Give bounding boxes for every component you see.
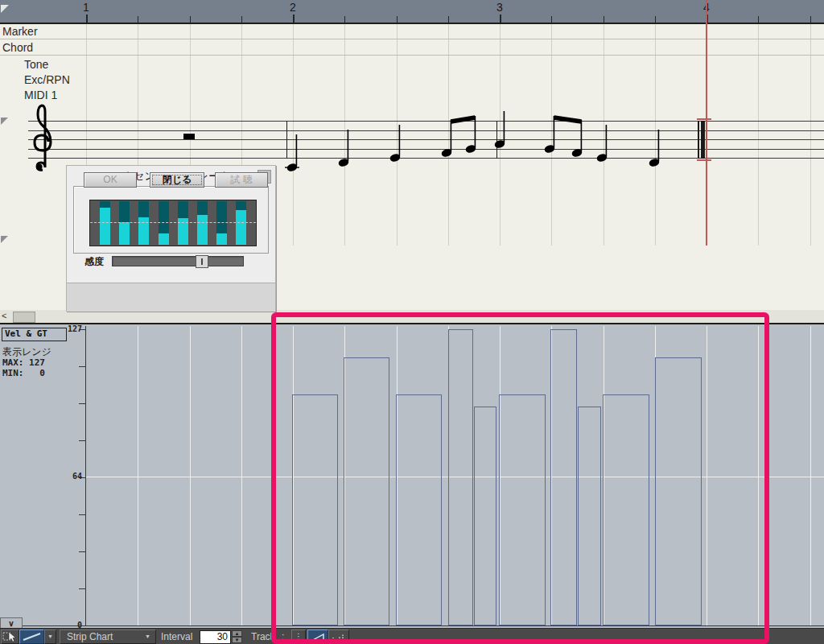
- ruler-tick: [241, 16, 242, 23]
- accent-column: [178, 201, 188, 245]
- ruler-tick: [551, 16, 552, 23]
- ruler-tick: [655, 16, 656, 23]
- ruler-tick: [758, 16, 759, 23]
- highlight-rectangle: [271, 312, 769, 644]
- accent-gap-bar: [178, 201, 188, 218]
- accent-column: [216, 201, 227, 245]
- sequencer-window: 1234 Marker Chord Tone Exc/RPN MIDI 1: [0, 0, 824, 644]
- sensitivity-label: 感度: [84, 255, 104, 269]
- y-axis-tick: [79, 366, 85, 367]
- chart-type-value: Strip Chart: [67, 631, 113, 642]
- interval-label: Interval: [161, 631, 192, 642]
- chevron-down-icon: ▼: [145, 634, 150, 639]
- accent-column: [138, 201, 149, 245]
- accent-column: [197, 201, 208, 245]
- cursor-icon: [2, 630, 19, 643]
- range-min: MIN: 0: [2, 368, 45, 378]
- timeline-ruler[interactable]: 1234: [0, 0, 824, 24]
- accent-level-bar: [236, 210, 246, 245]
- position-marker[interactable]: [1, 5, 9, 13]
- range-max: MAX: 127: [2, 357, 45, 368]
- accent-gap-bar: [197, 201, 208, 215]
- beam: [554, 118, 581, 122]
- accent-column: [119, 201, 130, 245]
- dialog-button-row: [67, 283, 275, 312]
- beam: [451, 118, 475, 122]
- interval-input[interactable]: 30: [200, 630, 231, 644]
- ruler-tick: [604, 16, 604, 23]
- ruler-tick: [344, 16, 345, 23]
- playhead-cursor[interactable]: [706, 0, 707, 246]
- accent-gap-bar: [100, 201, 110, 208]
- y-axis-tick: [79, 514, 85, 515]
- part-marker[interactable]: [1, 118, 8, 125]
- ruler-tick: [86, 14, 88, 23]
- accent-level-bar: [216, 233, 227, 245]
- preview-button[interactable]: 試 聴: [215, 172, 268, 188]
- accent-column: [159, 201, 169, 245]
- accent-level-bar: [197, 215, 208, 245]
- accent-gap-bar: [159, 201, 169, 233]
- accent-column: [100, 201, 110, 245]
- accent-simulator-dialog: アクセントシミュレータ x 感度 OK 閉じる 試 聴: [66, 165, 276, 312]
- stepper-down-icon[interactable]: ▼: [232, 637, 242, 643]
- ruler-tick: [397, 16, 398, 23]
- y-axis-tick: [79, 440, 85, 441]
- ruler-tick: [448, 16, 449, 23]
- tool-dropdown-arrow[interactable]: ▼: [44, 630, 56, 644]
- interval-stepper[interactable]: ▲ ▼: [232, 630, 242, 644]
- accent-column: [236, 201, 246, 245]
- measure-number: 2: [290, 1, 296, 14]
- y-axis-tick: [79, 551, 85, 552]
- close-button[interactable]: 閉じる: [150, 172, 204, 188]
- accent-gap-bar: [119, 201, 130, 222]
- select-tool-button[interactable]: [1, 630, 19, 644]
- selection-mark: [697, 118, 711, 120]
- y-axis-label: 64: [63, 472, 82, 481]
- measure-number: 3: [496, 1, 503, 14]
- accent-gap-bar: [216, 201, 227, 233]
- scroll-thumb[interactable]: [13, 312, 35, 323]
- sensitivity-slider[interactable]: [112, 256, 244, 266]
- accent-gap-bar: [236, 201, 246, 210]
- ruler-tick: [500, 14, 501, 23]
- y-axis: [85, 326, 86, 625]
- accent-level-bar: [100, 208, 110, 245]
- ruler-tick: [810, 16, 811, 23]
- accent-display: [89, 200, 257, 246]
- stepper-up-icon[interactable]: ▲: [232, 630, 242, 637]
- mode-badge[interactable]: Vel & GT: [2, 328, 67, 341]
- ruler-tick: [190, 16, 191, 23]
- line-tool-button[interactable]: [19, 630, 44, 644]
- line-icon: [20, 630, 43, 643]
- ok-button[interactable]: OK: [84, 172, 137, 188]
- ruler-tick: [138, 16, 138, 23]
- accent-level-bar: [119, 222, 130, 245]
- y-axis-tick: [79, 588, 85, 589]
- accent-midline: [90, 222, 256, 223]
- slider-thumb[interactable]: [196, 255, 208, 268]
- part-marker[interactable]: [1, 236, 8, 243]
- scroll-left-icon[interactable]: <: [2, 311, 11, 321]
- ruler-tick: [293, 14, 295, 23]
- y-axis-tick: [79, 403, 85, 404]
- chart-type-dropdown[interactable]: Strip Chart ▼: [60, 630, 156, 644]
- accent-level-bar: [159, 233, 169, 245]
- measure-number: 1: [83, 1, 89, 14]
- selection-mark: [697, 159, 711, 161]
- accent-gap-bar: [138, 201, 149, 217]
